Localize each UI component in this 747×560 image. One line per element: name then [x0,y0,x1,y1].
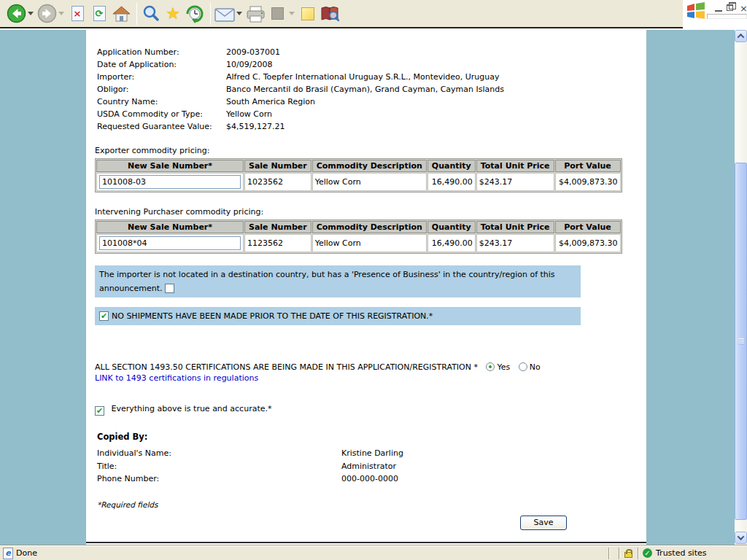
ie-page-icon: e [3,548,13,559]
mail-button[interactable] [214,4,235,24]
restore-button[interactable] [727,4,733,11]
column-header: Sale Number [244,221,311,233]
accuracy-checkbox[interactable]: ✔ [95,406,104,416]
accuracy-text: Everything above is true and accurate.* [112,404,272,413]
copied-by-row: Individual's Name:Kristine Darling [97,447,646,460]
sale-number-cell: 1023562 [244,173,311,191]
intervening-pricing-section: Intervening Purchaser commodity pricing:… [86,207,646,254]
column-header: Commodity Description [312,160,427,172]
zone-text: Trusted sites [656,548,707,558]
back-icon [7,4,26,23]
vertical-scrollbar[interactable] [735,30,747,545]
scroll-down-button[interactable] [735,532,747,544]
research-icon [320,5,339,23]
detail-row: Application Number:2009-037001 [97,46,646,58]
edit-dropdown-icon[interactable] [289,12,295,15]
forward-dropdown-icon[interactable] [58,12,64,15]
forward-button[interactable] [36,4,57,24]
accuracy-section: ✔ Everything above is true and accurate.… [95,404,646,416]
favorites-button[interactable]: ★ [163,4,183,24]
corner-inset-slot [707,14,747,19]
quantity-cell: 16,490.00 [427,234,476,252]
zone-check-icon: ✓ [643,548,652,558]
status-message-panel: e Done [0,548,608,559]
security-zone-panel: ✓ Trusted sites [638,548,747,559]
home-icon [112,5,131,23]
no-shipments-notice: ✔ NO SHIPMENTS HAVE BEEN MADE PRIOR TO T… [95,307,581,325]
status-empty-panel [608,548,619,559]
save-button[interactable]: Save [520,516,567,530]
home-button[interactable] [111,4,131,24]
detail-value: Alfred C. Toepfer International Uruguay … [226,71,500,83]
copied-by-value: Administrator [341,460,396,473]
close-button[interactable]: × [740,4,747,13]
detail-label: Date of Application: [97,58,226,71]
windows-logo-icon [686,2,706,20]
no-label: No [530,362,541,372]
edit-button[interactable] [267,4,287,24]
no-shipments-checkbox[interactable]: ✔ [99,311,109,321]
commodity-cell: Yellow Corn [312,234,427,252]
exporter-pricing-section: Exporter commodity pricing: New Sale Num… [86,146,646,192]
mail-dropdown-icon[interactable] [236,12,242,15]
stop-icon: × [71,6,84,21]
new-sale-number-input[interactable] [99,236,241,250]
scroll-up-button[interactable] [735,30,747,42]
column-header: Total Unit Price [476,221,554,233]
table-row: 1023562 Yellow Corn 16,490.00 $243.17 $4… [96,173,621,191]
detail-value: $4,519,127.21 [226,120,285,133]
sale-number-cell: 1123562 [244,234,311,252]
unit-price-cell: $243.17 [476,173,554,191]
intervening-pricing-title: Intervening Purchaser commodity pricing: [95,207,646,217]
commodity-cell: Yellow Corn [312,173,427,191]
refresh-button[interactable]: ⟳ [89,4,109,24]
application-form: Application Number:2009-037001 Date of A… [86,30,646,545]
mail-icon [214,6,235,22]
search-icon [142,4,160,23]
column-header: Sale Number [244,160,311,172]
padlock-icon [624,552,632,558]
quantity-cell: 16,490.00 [427,173,476,191]
copied-by-label: Individual's Name: [97,447,341,460]
back-button[interactable] [6,4,26,24]
print-button[interactable] [245,4,266,24]
new-sale-number-input[interactable] [99,175,241,189]
copied-by-value: Kristine Darling [341,447,403,460]
research-button[interactable] [320,4,340,24]
status-bar: e Done ✓ Trusted sites [0,545,747,560]
minimize-button[interactable] [715,4,722,12]
toolbar-separator [136,3,137,25]
presence-of-business-notice: The importer is not located in a destina… [95,265,581,298]
column-header: Port Value [555,221,621,233]
required-fields-note: *Required fields [97,500,646,509]
notes-icon [301,7,314,20]
chevron-up-icon [738,34,745,41]
certifications-yes-radio[interactable] [486,362,495,371]
stop-button[interactable]: × [67,4,88,24]
certifications-no-radio[interactable] [519,362,527,371]
copied-by-section: Copied By: Individual's Name:Kristine Da… [97,432,646,486]
search-button[interactable] [141,4,161,24]
forward-icon [37,4,57,23]
notes-button[interactable] [298,4,318,24]
detail-value: Yellow Corn [226,108,272,120]
copied-by-value: 000-000-0000 [341,472,398,486]
detail-row: Obligor:Banco Mercantil do Brasil (Cayma… [97,83,646,96]
certifications-section: ALL SECTION 1493.50 CERTIFICATIONS ARE B… [95,362,646,384]
favorites-star-icon: ★ [166,6,180,22]
print-icon [246,5,266,23]
history-button[interactable] [185,4,205,24]
column-header: Total Unit Price [476,160,554,172]
copied-by-label: Title: [97,460,341,473]
intervening-pricing-table: New Sale Number* Sale Number Commodity D… [95,219,622,254]
back-dropdown-icon[interactable] [28,12,34,15]
detail-value: 10/09/2008 [226,58,272,71]
certifications-regulations-link[interactable]: LINK to 1493 certifications in regulatio… [95,373,258,383]
scrollbar-thumb[interactable] [735,163,747,520]
column-header: Port Value [555,160,621,172]
detail-row: Country Name:South America Region [97,96,646,108]
presence-checkbox[interactable] [165,284,174,293]
detail-label: Country Name: [97,96,226,108]
unit-price-cell: $243.17 [476,234,554,252]
window-corner: × [683,0,747,28]
